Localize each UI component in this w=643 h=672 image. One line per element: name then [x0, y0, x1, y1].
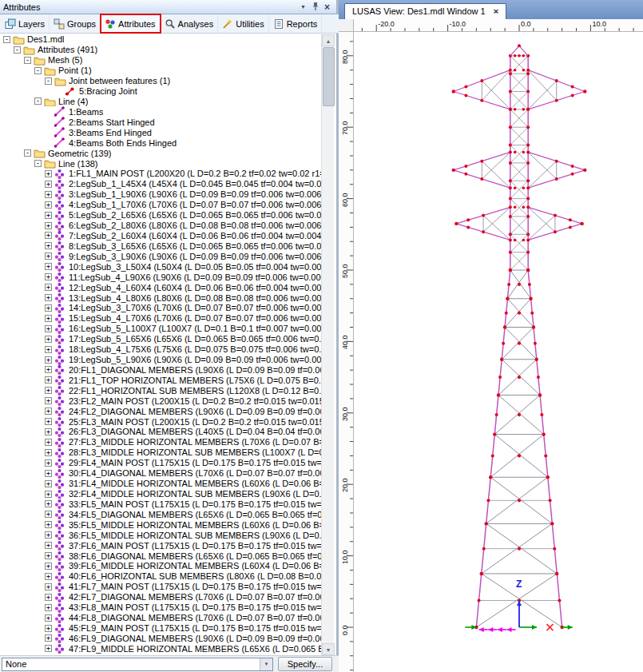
tree-item[interactable]: -Attributes (491): [0, 45, 326, 55]
collapse-toggle[interactable]: -: [14, 46, 21, 54]
tree-item[interactable]: +6:LegSub_2_L80X6 (L80X6 (L D=0.08 B=0.0…: [0, 221, 326, 231]
expand-toggle[interactable]: +: [45, 470, 52, 477]
tree-item[interactable]: +16:LegSub_5_L100X7 (L100X7 (L D=0.1 B=0…: [0, 324, 326, 334]
expand-toggle[interactable]: +: [45, 222, 52, 229]
tree-item[interactable]: +5:LegSub_2_L65X6 (L65X6 (L D=0.065 B=0.…: [0, 210, 326, 221]
chevron-down-icon[interactable]: ▼: [297, 2, 309, 13]
expand-toggle[interactable]: +: [45, 191, 52, 198]
expand-toggle[interactable]: +: [45, 563, 52, 570]
expand-toggle[interactable]: +: [45, 170, 52, 177]
tab-utilities[interactable]: Utilities: [218, 14, 268, 33]
expand-toggle[interactable]: +: [45, 242, 52, 249]
tree-item[interactable]: +30:FL4_DIAGONAL MEMBERS (L70X6 (L D=0.0…: [0, 468, 326, 479]
tree-item[interactable]: +37:FL6_MAIN POST (L175X15 (L D=0.175 B=…: [0, 540, 326, 551]
expand-toggle[interactable]: +: [45, 356, 52, 364]
tab-layers[interactable]: Layers: [1, 14, 50, 33]
tree-item[interactable]: +11:LegSub_4_L90X6 (L90X6 (L D=0.09 B=0.…: [0, 272, 326, 282]
tree-item[interactable]: +12:LegSub_4_L60X4 (L60X4 (L D=0.06 B=0.…: [0, 282, 326, 292]
tree-item[interactable]: +13:LegSub_4_L80X6 (L80X6 (L D=0.08 B=0.…: [0, 292, 326, 303]
expand-toggle[interactable]: +: [45, 294, 52, 301]
tree-item[interactable]: +8:LegSub_3_L65X6 (L65X6 (L D=0.065 B=0.…: [0, 241, 326, 251]
expand-toggle[interactable]: +: [45, 366, 52, 373]
collapse-toggle[interactable]: -: [34, 160, 42, 167]
expand-toggle[interactable]: +: [45, 480, 52, 487]
tree-item[interactable]: +39:FL6_MIDDLE HORIZONTAL MEMBERS (L60X4…: [0, 561, 326, 571]
tree-item[interactable]: +47:FL9_MIDDLE HORIZONTAL MEMBERS (L65X6…: [0, 643, 326, 654]
expand-toggle[interactable]: +: [45, 459, 52, 467]
tree-item[interactable]: +41:FL7_MAIN POST (L175X15 (L D=0.175 B=…: [0, 582, 326, 592]
expand-toggle[interactable]: +: [45, 212, 52, 219]
expand-toggle[interactable]: +: [45, 491, 52, 498]
tree-item[interactable]: +27:FL3_MIDDLE HORIZONTAL MEMBERS (L70X6…: [0, 437, 326, 447]
expand-toggle[interactable]: +: [45, 645, 52, 652]
tree-scrollbar[interactable]: ▲ ▼: [321, 34, 334, 655]
tree-item[interactable]: +25:FL3_MAIN POST (L200X15 (L D=0.2 B=0.…: [0, 416, 326, 427]
expand-toggle[interactable]: +: [45, 387, 52, 394]
collapse-toggle[interactable]: -: [45, 78, 52, 85]
tree-item[interactable]: +35:FL5_MIDDLE HORIZONTAL MEMBERS (L60X6…: [0, 519, 326, 530]
attributes-tree[interactable]: -Des1.mdl-Attributes (491)-Mesh (5)-Poin…: [0, 34, 326, 655]
tree-item[interactable]: -Geometric (139): [0, 148, 326, 158]
tree-item[interactable]: +23:FL2_MAIN POST (L200X15 (L D=0.2 B=0.…: [0, 396, 326, 406]
tree-item[interactable]: -Line (138): [0, 158, 326, 169]
collapse-toggle[interactable]: -: [34, 67, 42, 74]
close-icon[interactable]: ×: [321, 2, 333, 13]
tree-item[interactable]: -Line (4): [0, 97, 326, 107]
tree-item[interactable]: +24:FL2_DIAGONAL MEMBERS (L90X6 (L D=0.0…: [0, 406, 326, 416]
expand-toggle[interactable]: +: [45, 511, 52, 518]
tree-item[interactable]: +34:FL5_DIAGONAL MEMBERS (L65X6 (L D=0.0…: [0, 509, 326, 519]
tree-item[interactable]: +10:LegSub_3_L50X4 (L50X4 (L D=0.05 B=0.…: [0, 261, 326, 272]
expand-toggle[interactable]: +: [45, 346, 52, 353]
expand-toggle[interactable]: +: [45, 304, 52, 312]
expand-toggle[interactable]: +: [45, 552, 52, 559]
tree-item[interactable]: +3:LegSub_1_L90X6 (L90X6 (L D=0.09 B=0.0…: [0, 189, 326, 200]
expand-toggle[interactable]: +: [45, 634, 52, 642]
tree-item[interactable]: +19:LegSub_5_L90X6 (L90X6 (L D=0.09 B=0.…: [0, 355, 326, 365]
tree-item[interactable]: -Joint between features (1): [0, 76, 326, 86]
tree-item[interactable]: +9:LegSub_3_L90X6 (L90X6 (L D=0.09 B=0.0…: [0, 251, 326, 261]
tab-attributes[interactable]: Attributes: [101, 14, 160, 33]
tree-item[interactable]: +31:FL4_MIDDLE HORIZONTAL MEMBERS (L60X6…: [0, 479, 326, 489]
tab-groups[interactable]: Groups: [50, 14, 101, 33]
tree-item[interactable]: +18:LegSub_4_L75X6 (L75X6 (L D=0.075 B=0…: [0, 344, 326, 355]
scroll-up-icon[interactable]: ▲: [322, 34, 335, 46]
expand-toggle[interactable]: +: [45, 594, 52, 601]
expand-toggle[interactable]: +: [45, 542, 52, 549]
expand-toggle[interactable]: +: [45, 625, 52, 632]
tree-item[interactable]: +40:FL6_HORIZONTAL SUB MEMBERS (L80X6 (L…: [0, 571, 326, 582]
tree-item[interactable]: +14:LegSub_3_L70X6 (L70X6 (L D=0.07 B=0.…: [0, 303, 326, 313]
tree-item[interactable]: +43:FL8_MAIN POST (L175X15 (L D=0.175 B=…: [0, 602, 326, 613]
expand-toggle[interactable]: +: [45, 531, 52, 539]
expand-toggle[interactable]: +: [45, 397, 52, 404]
expand-toggle[interactable]: +: [45, 614, 52, 622]
collapse-toggle[interactable]: -: [34, 97, 42, 105]
tree-item[interactable]: +17:LegSub_5_L65X6 (L65X6 (L D=0.065 B=0…: [0, 334, 326, 344]
expand-toggle[interactable]: +: [45, 232, 52, 239]
tree-item[interactable]: +20:FL1_DIAGONAL MEMBERS (L90X6 (L D=0.0…: [0, 365, 326, 376]
tree-item[interactable]: 3:Beams End Hinged: [0, 127, 326, 137]
tree-item[interactable]: 1:Beams: [0, 106, 326, 117]
tree-item[interactable]: +2:LegSub_1_L45X4 (L45X4 (L D=0.045 B=0.…: [0, 179, 326, 189]
tree-item[interactable]: 2:Beams Start Hinged: [0, 117, 326, 127]
expand-toggle[interactable]: +: [45, 252, 52, 260]
tree-item[interactable]: +44:FL8_DIAGONAL MEMBERS (L70X6 (L D=0.0…: [0, 613, 326, 623]
tab-analyses[interactable]: Analyses: [161, 14, 219, 33]
tree-item[interactable]: -Mesh (5): [0, 55, 326, 66]
tree-item[interactable]: +26:FL3_DIAGONAL MEMBERS (L40X5 (L D=0.0…: [0, 427, 326, 437]
expand-toggle[interactable]: +: [45, 604, 52, 611]
tree-item[interactable]: +36:FL5_MIDDLE HORIZONTAL SUB MEMBERS (L…: [0, 530, 326, 540]
tree-item[interactable]: +22:FL1_HORIZONTAL SUB MEMBERS (L120X8 (…: [0, 385, 326, 396]
expand-toggle[interactable]: +: [45, 273, 52, 280]
tree-item[interactable]: +38:FL6_DIAGONAL MEMBERS (L65X6 (L D=0.0…: [0, 551, 326, 561]
tree-item[interactable]: +42:FL7_DIAGONAL MEMBERS (L70X6 (L D=0.0…: [0, 592, 326, 602]
attribute-filter-select[interactable]: None ▼: [2, 658, 273, 671]
model-canvas[interactable]: Z: [354, 32, 643, 672]
expand-toggle[interactable]: +: [45, 284, 52, 291]
collapse-toggle[interactable]: -: [3, 36, 10, 43]
scroll-down-icon[interactable]: ▼: [322, 643, 335, 655]
expand-toggle[interactable]: +: [45, 376, 52, 384]
chevron-down-icon[interactable]: ▼: [260, 658, 272, 670]
tree-item[interactable]: -Point (1): [0, 66, 326, 76]
tree-item[interactable]: -Des1.mdl: [0, 34, 326, 45]
expand-toggle[interactable]: +: [45, 449, 52, 456]
